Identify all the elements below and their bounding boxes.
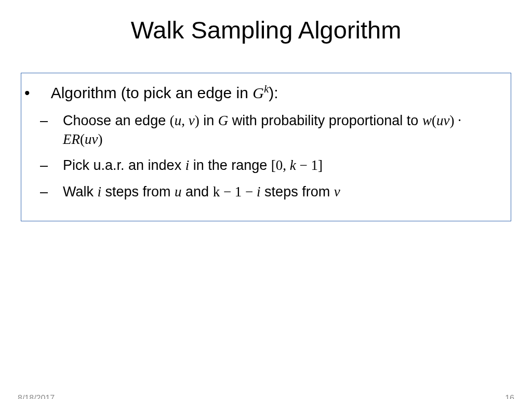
text-run: Pick u.a.r. an index bbox=[63, 157, 185, 173]
text-run: Choose an edge bbox=[63, 113, 170, 128]
footer-page-number: 16 bbox=[505, 394, 514, 399]
main-bullet-math-sup: k bbox=[264, 83, 269, 95]
slide-footer: 8/18/2017 16 bbox=[0, 394, 532, 399]
math-run: [0, bbox=[271, 157, 290, 173]
math-run: v bbox=[334, 184, 340, 200]
math-run: u bbox=[175, 113, 182, 128]
text-run: steps from bbox=[261, 184, 334, 200]
text-run: with probability proportional to bbox=[228, 113, 422, 128]
footer-date: 8/18/2017 bbox=[18, 394, 55, 399]
math-run: w bbox=[422, 113, 432, 128]
math-run: uv bbox=[436, 113, 449, 128]
math-run: k − 1 − bbox=[213, 184, 257, 200]
slide: Walk Sampling Algorithm Algorithm (to pi… bbox=[0, 16, 532, 399]
text-run: Walk bbox=[63, 184, 98, 200]
text-run: steps from bbox=[101, 184, 175, 200]
math-run: ( bbox=[170, 113, 175, 128]
math-run: u bbox=[175, 184, 182, 200]
math-run: v bbox=[189, 113, 195, 128]
main-bullet-math-base: G bbox=[252, 84, 264, 101]
slide-title: Walk Sampling Algorithm bbox=[0, 16, 532, 44]
sub-bullet: Walk i steps from u and k − 1 − i steps … bbox=[63, 182, 501, 201]
sub-bullet-list: Choose an edge (u, v) in G with probabil… bbox=[63, 111, 501, 202]
math-run: ( bbox=[80, 131, 85, 147]
math-run: ) · bbox=[449, 113, 461, 128]
main-bullet-prefix: Algorithm (to pick an edge in bbox=[51, 84, 253, 101]
math-run: ER bbox=[63, 131, 80, 147]
math-run: ) bbox=[98, 131, 102, 147]
math-run: i bbox=[98, 184, 102, 200]
content-box: Algorithm (to pick an edge in Gk): Choos… bbox=[21, 73, 511, 221]
math-run: ( bbox=[432, 113, 436, 128]
sub-bullet: Choose an edge (u, v) in G with probabil… bbox=[63, 111, 501, 149]
math-run: i bbox=[257, 184, 261, 200]
text-run: in the range bbox=[189, 157, 271, 173]
text-run: in bbox=[200, 113, 218, 128]
main-bullet: Algorithm (to pick an edge in Gk): bbox=[47, 83, 501, 104]
math-run: uv bbox=[85, 131, 98, 147]
math-run: , bbox=[181, 113, 189, 128]
math-run: G bbox=[218, 113, 229, 128]
sub-bullet: Pick u.a.r. an index i in the range [0, … bbox=[63, 156, 501, 175]
math-run: k bbox=[290, 157, 296, 173]
main-bullet-suffix: ): bbox=[269, 84, 278, 101]
math-run: ) bbox=[195, 113, 200, 128]
text-run: and bbox=[182, 184, 213, 200]
math-run: − 1] bbox=[296, 157, 323, 173]
